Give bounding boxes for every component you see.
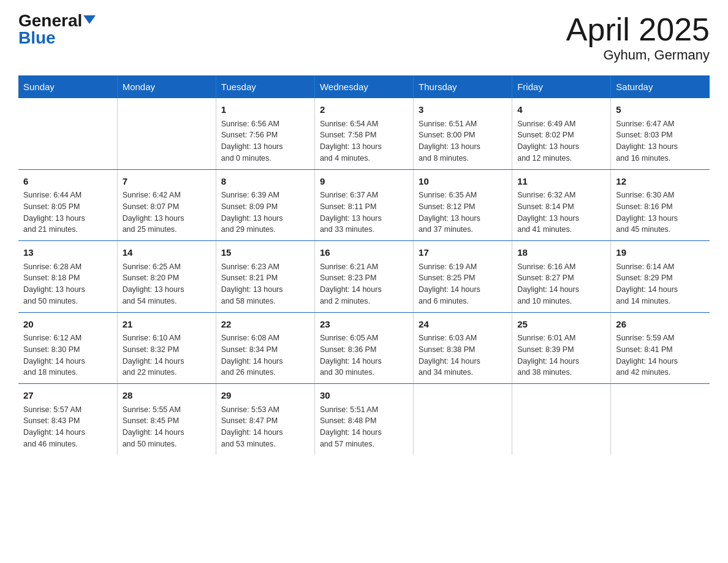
- day-number: 15: [221, 246, 309, 260]
- header-day-sunday: Sunday: [18, 75, 117, 98]
- calendar-cell: 19Sunrise: 6:14 AM Sunset: 8:29 PM Dayli…: [611, 241, 710, 313]
- calendar-cell: 7Sunrise: 6:42 AM Sunset: 8:07 PM Daylig…: [117, 169, 216, 241]
- day-number: 27: [23, 389, 112, 403]
- calendar-cell: [414, 384, 512, 455]
- day-info: Sunrise: 6:42 AM Sunset: 8:07 PM Dayligh…: [123, 190, 211, 236]
- page-header: General Blue April 2025 Gyhum, Germany: [18, 12, 710, 63]
- day-number: 17: [419, 246, 507, 260]
- day-info: Sunrise: 6:01 AM Sunset: 8:39 PM Dayligh…: [517, 332, 605, 378]
- day-info: Sunrise: 5:51 AM Sunset: 8:48 PM Dayligh…: [320, 404, 408, 450]
- day-info: Sunrise: 6:21 AM Sunset: 8:23 PM Dayligh…: [320, 261, 408, 307]
- logo: General Blue: [18, 12, 96, 47]
- day-number: 29: [221, 389, 309, 403]
- week-row-5: 27Sunrise: 5:57 AM Sunset: 8:43 PM Dayli…: [18, 384, 710, 455]
- day-number: 7: [123, 175, 211, 189]
- day-number: 5: [616, 103, 705, 117]
- calendar-cell: 5Sunrise: 6:47 AM Sunset: 8:03 PM Daylig…: [611, 98, 710, 169]
- day-number: 12: [616, 175, 705, 189]
- day-number: 11: [517, 175, 605, 189]
- day-info: Sunrise: 6:28 AM Sunset: 8:18 PM Dayligh…: [23, 261, 112, 307]
- calendar-cell: [117, 98, 216, 169]
- calendar-cell: 11Sunrise: 6:32 AM Sunset: 8:14 PM Dayli…: [512, 169, 611, 241]
- day-info: Sunrise: 6:14 AM Sunset: 8:29 PM Dayligh…: [616, 261, 705, 307]
- day-number: 3: [419, 103, 507, 117]
- day-number: 30: [320, 389, 408, 403]
- day-number: 23: [320, 318, 408, 332]
- day-number: 4: [517, 103, 605, 117]
- day-info: Sunrise: 5:53 AM Sunset: 8:47 PM Dayligh…: [221, 404, 309, 450]
- day-info: Sunrise: 6:10 AM Sunset: 8:32 PM Dayligh…: [123, 332, 211, 378]
- day-info: Sunrise: 6:37 AM Sunset: 8:11 PM Dayligh…: [320, 190, 408, 236]
- day-info: Sunrise: 6:56 AM Sunset: 7:56 PM Dayligh…: [221, 118, 309, 164]
- calendar-cell: 28Sunrise: 5:55 AM Sunset: 8:45 PM Dayli…: [117, 384, 216, 455]
- day-info: Sunrise: 5:55 AM Sunset: 8:45 PM Dayligh…: [123, 404, 211, 450]
- calendar-cell: [512, 384, 611, 455]
- calendar-cell: 23Sunrise: 6:05 AM Sunset: 8:36 PM Dayli…: [314, 312, 413, 384]
- day-number: 13: [23, 246, 112, 260]
- calendar-cell: 12Sunrise: 6:30 AM Sunset: 8:16 PM Dayli…: [611, 169, 710, 241]
- calendar-header: SundayMondayTuesdayWednesdayThursdayFrid…: [18, 75, 710, 98]
- header-day-friday: Friday: [512, 75, 611, 98]
- week-row-3: 13Sunrise: 6:28 AM Sunset: 8:18 PM Dayli…: [18, 241, 710, 313]
- calendar-cell: 15Sunrise: 6:23 AM Sunset: 8:21 PM Dayli…: [216, 241, 314, 313]
- day-number: 25: [517, 318, 605, 332]
- day-info: Sunrise: 6:05 AM Sunset: 8:36 PM Dayligh…: [320, 332, 408, 378]
- calendar-cell: 1Sunrise: 6:56 AM Sunset: 7:56 PM Daylig…: [216, 98, 314, 169]
- logo-blue-text: Blue: [18, 29, 56, 47]
- day-info: Sunrise: 6:16 AM Sunset: 8:27 PM Dayligh…: [517, 261, 605, 307]
- day-info: Sunrise: 5:59 AM Sunset: 8:41 PM Dayligh…: [616, 332, 705, 378]
- calendar-cell: 2Sunrise: 6:54 AM Sunset: 7:58 PM Daylig…: [314, 98, 413, 169]
- calendar-body: 1Sunrise: 6:56 AM Sunset: 7:56 PM Daylig…: [18, 98, 710, 455]
- logo-triangle-icon: [83, 15, 96, 24]
- week-row-2: 6Sunrise: 6:44 AM Sunset: 8:05 PM Daylig…: [18, 169, 710, 241]
- calendar-cell: 9Sunrise: 6:37 AM Sunset: 8:11 PM Daylig…: [314, 169, 413, 241]
- calendar-cell: 10Sunrise: 6:35 AM Sunset: 8:12 PM Dayli…: [414, 169, 512, 241]
- calendar-cell: 4Sunrise: 6:49 AM Sunset: 8:02 PM Daylig…: [512, 98, 611, 169]
- week-row-1: 1Sunrise: 6:56 AM Sunset: 7:56 PM Daylig…: [18, 98, 710, 169]
- day-number: 28: [123, 389, 211, 403]
- day-info: Sunrise: 6:08 AM Sunset: 8:34 PM Dayligh…: [221, 332, 309, 378]
- header-day-wednesday: Wednesday: [314, 75, 413, 98]
- calendar-cell: 25Sunrise: 6:01 AM Sunset: 8:39 PM Dayli…: [512, 312, 611, 384]
- day-number: 9: [320, 175, 408, 189]
- day-info: Sunrise: 6:32 AM Sunset: 8:14 PM Dayligh…: [517, 190, 605, 236]
- day-info: Sunrise: 6:03 AM Sunset: 8:38 PM Dayligh…: [419, 332, 507, 378]
- calendar-cell: 18Sunrise: 6:16 AM Sunset: 8:27 PM Dayli…: [512, 241, 611, 313]
- day-number: 1: [221, 103, 309, 117]
- calendar-cell: 27Sunrise: 5:57 AM Sunset: 8:43 PM Dayli…: [18, 384, 117, 455]
- header-row: SundayMondayTuesdayWednesdayThursdayFrid…: [18, 75, 710, 98]
- calendar-cell: 29Sunrise: 5:53 AM Sunset: 8:47 PM Dayli…: [216, 384, 314, 455]
- day-number: 21: [123, 318, 211, 332]
- day-info: Sunrise: 5:57 AM Sunset: 8:43 PM Dayligh…: [23, 404, 112, 450]
- day-info: Sunrise: 6:49 AM Sunset: 8:02 PM Dayligh…: [517, 118, 605, 164]
- location-title: Gyhum, Germany: [566, 47, 710, 63]
- day-number: 22: [221, 318, 309, 332]
- calendar-cell: 24Sunrise: 6:03 AM Sunset: 8:38 PM Dayli…: [414, 312, 512, 384]
- calendar-cell: 8Sunrise: 6:39 AM Sunset: 8:09 PM Daylig…: [216, 169, 314, 241]
- title-area: April 2025 Gyhum, Germany: [566, 12, 710, 63]
- calendar-cell: [611, 384, 710, 455]
- calendar-cell: 13Sunrise: 6:28 AM Sunset: 8:18 PM Dayli…: [18, 241, 117, 313]
- day-info: Sunrise: 6:12 AM Sunset: 8:30 PM Dayligh…: [23, 332, 112, 378]
- day-number: 8: [221, 175, 309, 189]
- day-number: 19: [616, 246, 705, 260]
- day-info: Sunrise: 6:30 AM Sunset: 8:16 PM Dayligh…: [616, 190, 705, 236]
- header-day-saturday: Saturday: [611, 75, 710, 98]
- day-number: 18: [517, 246, 605, 260]
- calendar-cell: 20Sunrise: 6:12 AM Sunset: 8:30 PM Dayli…: [18, 312, 117, 384]
- day-info: Sunrise: 6:25 AM Sunset: 8:20 PM Dayligh…: [123, 261, 211, 307]
- calendar-cell: 26Sunrise: 5:59 AM Sunset: 8:41 PM Dayli…: [611, 312, 710, 384]
- header-day-tuesday: Tuesday: [216, 75, 314, 98]
- day-number: 20: [23, 318, 112, 332]
- header-day-thursday: Thursday: [414, 75, 512, 98]
- calendar-table: SundayMondayTuesdayWednesdayThursdayFrid…: [18, 75, 710, 455]
- day-info: Sunrise: 6:51 AM Sunset: 8:00 PM Dayligh…: [419, 118, 507, 164]
- day-info: Sunrise: 6:54 AM Sunset: 7:58 PM Dayligh…: [320, 118, 408, 164]
- day-number: 6: [23, 175, 112, 189]
- calendar-cell: 6Sunrise: 6:44 AM Sunset: 8:05 PM Daylig…: [18, 169, 117, 241]
- calendar-cell: 21Sunrise: 6:10 AM Sunset: 8:32 PM Dayli…: [117, 312, 216, 384]
- day-info: Sunrise: 6:19 AM Sunset: 8:25 PM Dayligh…: [419, 261, 507, 307]
- calendar-cell: 22Sunrise: 6:08 AM Sunset: 8:34 PM Dayli…: [216, 312, 314, 384]
- day-number: 16: [320, 246, 408, 260]
- day-info: Sunrise: 6:35 AM Sunset: 8:12 PM Dayligh…: [419, 190, 507, 236]
